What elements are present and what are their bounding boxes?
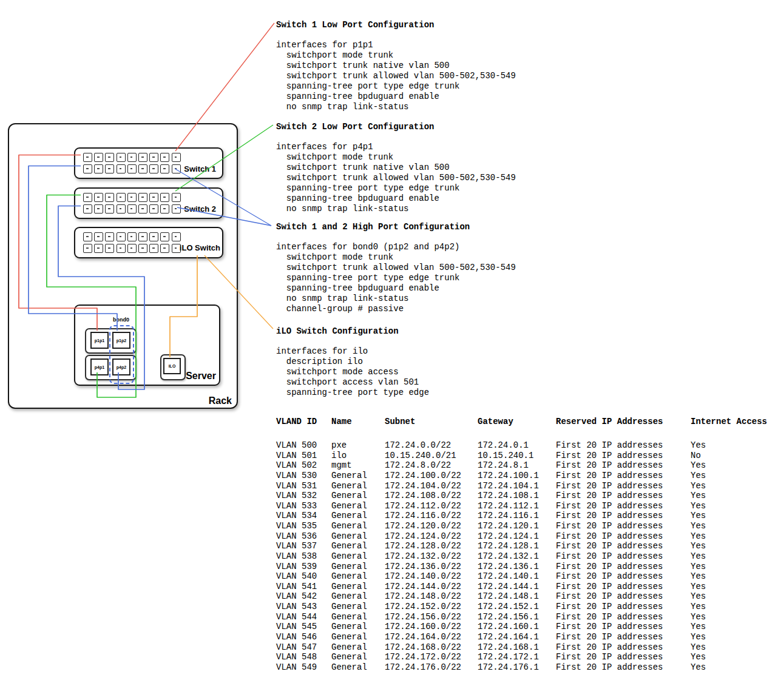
table-cell: 172.24.160.0/22 [385, 622, 478, 632]
server-port-p1p1: p1p1 [90, 332, 109, 349]
table-cell: First 20 IP addresses [556, 632, 691, 642]
table-cell: First 20 IP addresses [556, 612, 691, 622]
switch-port [105, 204, 114, 214]
table-cell: 172.24.0.0/22 [385, 440, 478, 451]
switch-port [138, 204, 147, 214]
switch-port [105, 244, 114, 253]
table-cell: Yes [691, 612, 776, 622]
switch-port [117, 153, 126, 162]
table-cell: 172.24.136.1 [478, 562, 556, 572]
table-cell: 172.24.152.0/22 [385, 602, 478, 612]
switch-port [94, 204, 103, 214]
table-cell: 172.24.164.1 [478, 632, 556, 642]
table-cell: VLAN 502 [276, 460, 331, 471]
table-cell: 172.24.100.0/22 [385, 471, 478, 481]
ilo-switch: iLO Switch [74, 227, 223, 258]
switch-port [149, 153, 158, 162]
switch-port [127, 232, 137, 241]
table-cell: 172.24.132.0/22 [385, 551, 478, 562]
table-row: VLAN 546General172.24.164.0/22172.24.164… [276, 632, 776, 642]
table-cell: Yes [691, 460, 776, 471]
table-cell: 172.24.140.1 [478, 571, 556, 582]
table-cell: General [331, 551, 385, 562]
table-cell: General [331, 541, 385, 551]
switch-port [83, 244, 92, 253]
table-cell: 10.15.240.1 [478, 451, 556, 461]
config-block-switch1-low: Switch 1 Low Port Configuration interfac… [276, 20, 516, 112]
table-cell: VLAN 533 [276, 501, 331, 511]
switch-port [94, 153, 103, 162]
table-cell: First 20 IP addresses [556, 652, 691, 662]
switch-port [149, 244, 158, 253]
table-cell: 172.24.120.0/22 [385, 521, 478, 531]
switch-2-label: Switch 2 [184, 204, 216, 214]
table-cell: General [331, 501, 385, 511]
switch-port [105, 153, 114, 162]
table-cell: VLAN 536 [276, 531, 331, 542]
table-row: VLAN 549General172.24.176.0/22172.24.176… [276, 662, 776, 673]
table-cell: 172.24.144.1 [478, 582, 556, 592]
ilo-switch-ports [75, 228, 222, 257]
table-row: VLAN 548General172.24.172.0/22172.24.172… [276, 652, 776, 662]
table-cell: General [331, 652, 385, 662]
switch-port [117, 244, 126, 253]
table-cell: First 20 IP addresses [556, 642, 691, 653]
table-cell: 172.24.160.1 [478, 622, 556, 632]
switch-port [160, 193, 169, 202]
table-cell: First 20 IP addresses [556, 662, 691, 673]
table-cell: Yes [691, 662, 776, 673]
table-cell: General [331, 562, 385, 572]
server: bond0 p1p1p1p2p4p1p4p2iLO Server [74, 305, 220, 386]
table-row: VLAN 547General172.24.168.0/22172.24.168… [276, 642, 776, 653]
table-cell: 172.24.156.0/22 [385, 612, 478, 622]
switch-port [127, 153, 137, 162]
table-header-cell: Name [331, 417, 385, 427]
table-cell: VLAN 501 [276, 451, 331, 461]
table-cell: VLAN 549 [276, 662, 331, 673]
table-cell: 172.24.116.1 [478, 511, 556, 521]
table-cell: General [331, 622, 385, 632]
switch-port [138, 244, 147, 253]
table-cell: Yes [691, 481, 776, 491]
table-cell: First 20 IP addresses [556, 591, 691, 602]
switch-port [105, 232, 114, 241]
table-cell: General [331, 662, 385, 673]
switch-port [172, 204, 181, 214]
table-cell: VLAN 538 [276, 551, 331, 562]
table-cell: Yes [691, 541, 776, 551]
table-row: VLAN 531General172.24.104.0/22172.24.104… [276, 481, 776, 491]
server-label: Server [186, 371, 216, 382]
table-cell: First 20 IP addresses [556, 571, 691, 582]
table-cell: First 20 IP addresses [556, 551, 691, 562]
table-cell: Yes [691, 471, 776, 481]
table-row: VLAN 501ilo10.15.240.0/2110.15.240.1Firs… [276, 451, 776, 461]
table-row: VLAN 542General172.24.148.0/22172.24.148… [276, 591, 776, 602]
switch-port [160, 153, 169, 162]
table-cell: First 20 IP addresses [556, 521, 691, 531]
table-cell: Yes [691, 531, 776, 542]
table-cell: General [331, 491, 385, 501]
switch-port [105, 193, 114, 202]
table-cell: First 20 IP addresses [556, 460, 691, 471]
table-row: VLAN 500pxe172.24.0.0/22172.24.0.1First … [276, 440, 776, 451]
table-cell: VLAN 535 [276, 521, 331, 531]
table-cell: Yes [691, 440, 776, 451]
table-cell: 172.24.124.0/22 [385, 531, 478, 542]
table-cell: Yes [691, 551, 776, 562]
switch-port [83, 232, 92, 241]
table-row: VLAN 533General172.24.112.0/22172.24.112… [276, 501, 776, 511]
switch-port [138, 193, 147, 202]
table-cell: Yes [691, 571, 776, 582]
table-row: VLAN 540General172.24.140.0/22172.24.140… [276, 571, 776, 582]
table-row: VLAN 537General172.24.128.0/22172.24.128… [276, 541, 776, 551]
table-cell: First 20 IP addresses [556, 451, 691, 461]
table-row: VLAN 544General172.24.156.0/22172.24.156… [276, 612, 776, 622]
table-cell: General [331, 471, 385, 481]
table-row: VLAN 545General172.24.160.0/22172.24.160… [276, 622, 776, 632]
table-cell: First 20 IP addresses [556, 531, 691, 542]
table-header-cell: Subnet [385, 417, 478, 427]
table-cell: General [331, 582, 385, 592]
table-cell: Yes [691, 511, 776, 521]
switch-port [160, 232, 169, 241]
table-cell: 172.24.128.0/22 [385, 541, 478, 551]
